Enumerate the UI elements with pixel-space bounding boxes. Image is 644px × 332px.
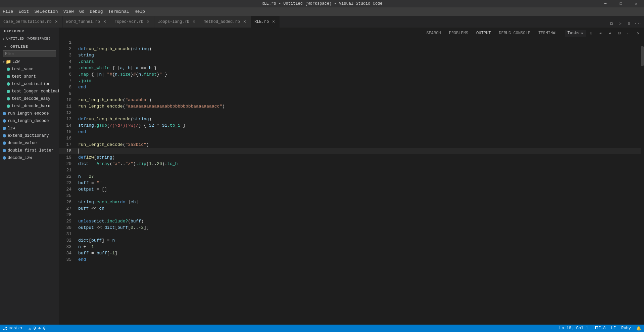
- status-language[interactable]: Ruby: [618, 325, 634, 332]
- tab-rle[interactable]: RLE.rb ×: [251, 16, 280, 28]
- git-branch-icon: ⎇: [3, 326, 7, 331]
- tree-label: test_decode_hard: [12, 104, 50, 109]
- menu-edit[interactable]: Edit: [16, 7, 32, 16]
- line-num-11: 11: [59, 103, 76, 110]
- tasks-chevron-icon: ▾: [581, 31, 583, 36]
- tree-item-test-same[interactable]: test_same: [0, 66, 59, 73]
- tab-label: loops-lang.rb: [158, 19, 189, 24]
- action-icon-6[interactable]: ✕: [634, 29, 642, 37]
- tree-item-test-decode-easy[interactable]: test_decode_easy: [0, 95, 59, 102]
- tab-close-icon[interactable]: ×: [191, 19, 197, 25]
- code-line-14: string.gsub(/(\d+)(\w)/) { $2 * $1.to_i …: [76, 122, 641, 129]
- code-line-10: run_length_encode("aaaabba"): [76, 97, 641, 103]
- chevron-right-icon: ▸: [3, 37, 5, 41]
- menu-go[interactable]: Go: [77, 7, 87, 16]
- tree-label: extend_dictionary: [8, 133, 49, 138]
- code-line-29: unless dict.include?(buff): [76, 218, 641, 224]
- tree-item-test-combination[interactable]: test_combination: [0, 80, 59, 88]
- maximize-button[interactable]: □: [613, 0, 629, 7]
- code-line-28: [76, 212, 641, 218]
- circle-icon: [3, 112, 6, 115]
- tree-item-run-length-decode[interactable]: run_length_decode: [0, 117, 59, 125]
- editor-top-bar: SEARCH PROBLEMS OUTPUT DEBUG CONSOLE TER…: [59, 28, 644, 39]
- action-icon-3[interactable]: ↩: [606, 29, 614, 37]
- split-editor-icon[interactable]: ⧉: [607, 19, 615, 28]
- tab-loops-lang[interactable]: loops-lang.rb ×: [154, 16, 200, 28]
- circle-icon: [3, 127, 6, 130]
- status-errors[interactable]: ⚠ 0 ⊗ 0: [26, 325, 48, 332]
- line-num-23: 23: [59, 180, 76, 186]
- line-num-28: 28: [59, 212, 76, 218]
- tab-output[interactable]: OUTPUT: [472, 28, 495, 39]
- tasks-dropdown[interactable]: Tasks ▾: [565, 30, 586, 37]
- tree-item-test-short[interactable]: test_short: [0, 73, 59, 80]
- line-num-7: 7: [59, 78, 76, 84]
- circle-icon: [3, 119, 6, 123]
- scrollbar-thumb[interactable]: [641, 46, 644, 66]
- split-right-icon[interactable]: ⊟: [625, 19, 633, 28]
- menu-view[interactable]: View: [61, 7, 77, 16]
- tab-case-permutations[interactable]: case_permutations.rb ×: [0, 16, 63, 28]
- menu-file[interactable]: File: [0, 7, 16, 16]
- tab-close-icon[interactable]: ×: [145, 19, 151, 25]
- line-num-10: 10: [59, 97, 76, 103]
- panel-tabs: SEARCH PROBLEMS OUTPUT DEBUG CONSOLE TER…: [422, 28, 561, 39]
- tab-rspec-vcr[interactable]: rspec-vcr.rb ×: [111, 16, 154, 28]
- action-icon-4[interactable]: ⊟: [615, 29, 624, 37]
- tree-item-test-decode-hard[interactable]: test_decode_hard: [0, 102, 59, 110]
- action-icon-2[interactable]: ↶: [597, 29, 605, 37]
- status-cursor[interactable]: Ln 18, Col 1: [556, 325, 591, 332]
- tab-close-icon[interactable]: ×: [271, 19, 276, 25]
- code-line-5: .chunk_while { |a, b| a == b }: [76, 65, 641, 71]
- tree-item-decode-lzw[interactable]: decode_lzw: [0, 154, 59, 162]
- tree-item-test-longer[interactable]: test_longer_combination: [0, 88, 59, 95]
- code-line-35: end: [76, 256, 641, 263]
- top-bar-actions: Tasks ▾ ⊞ ↶ ↩ ⊟ ▭ ✕: [563, 29, 644, 37]
- menu-help[interactable]: Help: [132, 7, 148, 16]
- minimize-button[interactable]: ─: [598, 0, 613, 7]
- status-notifications[interactable]: 🔔: [634, 325, 644, 332]
- code-line-32: dict[buff] = n: [76, 237, 641, 244]
- menu-selection[interactable]: Selection: [32, 7, 60, 16]
- tab-word-funnel[interactable]: word_funnel.rb ×: [63, 16, 111, 28]
- circle-icon: [7, 82, 10, 86]
- scrollbar[interactable]: [641, 39, 644, 325]
- line-ending-label: LF: [611, 326, 616, 331]
- status-branch[interactable]: ⎇ master: [0, 325, 26, 332]
- tab-search[interactable]: SEARCH: [422, 28, 445, 39]
- tab-method-added[interactable]: method_added.rb ×: [200, 16, 251, 28]
- editor-area: SEARCH PROBLEMS OUTPUT DEBUG CONSOLE TER…: [59, 28, 644, 325]
- tasks-label: Tasks: [567, 31, 580, 36]
- tree-label: test_combination: [12, 82, 50, 86]
- tab-terminal[interactable]: TERMINAL: [534, 28, 562, 39]
- more-actions-icon[interactable]: ···: [634, 19, 642, 28]
- tab-problems[interactable]: PROBLEMS: [445, 28, 473, 39]
- menu-debug[interactable]: Debug: [87, 7, 105, 16]
- tree-item-extend-dict[interactable]: extend_dictionary: [0, 132, 59, 139]
- tree-item-run-length-encode[interactable]: run_length_encode: [0, 110, 59, 117]
- tree-item-decode-value[interactable]: decode_value: [0, 139, 59, 147]
- line-num-27: 27: [59, 205, 76, 212]
- line-num-16: 16: [59, 135, 76, 141]
- status-line-ending[interactable]: LF: [608, 325, 618, 332]
- code-line-1: [76, 39, 641, 46]
- workspace-label[interactable]: ▸ UNTITLED (WORKSPACE): [0, 35, 59, 42]
- tab-close-icon[interactable]: ×: [242, 19, 247, 25]
- action-icon-5[interactable]: ▭: [625, 29, 633, 37]
- tree-item-lzw[interactable]: ▾ 📁 LZW: [0, 58, 59, 66]
- status-encoding[interactable]: UTF-8: [591, 325, 608, 332]
- code-content[interactable]: def run_length_encode(string) string .ch…: [76, 39, 641, 325]
- filter-input[interactable]: [3, 50, 56, 57]
- run-icon[interactable]: ▷: [616, 19, 624, 28]
- code-line-30: output << dict[buff[0..-2]]: [76, 224, 641, 231]
- close-button[interactable]: ✕: [629, 0, 644, 7]
- menu-terminal[interactable]: Terminal: [106, 7, 132, 16]
- tree-item-double-first[interactable]: double_first_letter: [0, 147, 59, 154]
- tab-close-icon[interactable]: ×: [54, 19, 59, 25]
- explorer-header: EXPLORER: [0, 28, 59, 35]
- action-icon-1[interactable]: ⊞: [587, 29, 595, 37]
- tab-debug-console[interactable]: DEBUG CONSOLE: [495, 28, 535, 39]
- tree-item-lzw-fn[interactable]: lzw: [0, 125, 59, 132]
- tab-close-icon[interactable]: ×: [102, 19, 107, 25]
- tree-label: test_longer_combination: [12, 89, 59, 94]
